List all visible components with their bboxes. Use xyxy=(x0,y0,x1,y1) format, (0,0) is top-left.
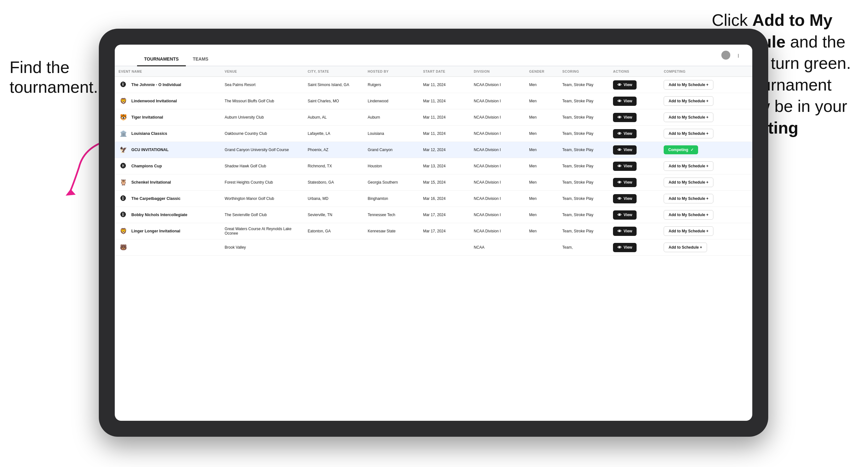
cell-gender-4: Men xyxy=(525,142,558,158)
cell-scoring-9: Team, Stroke Play xyxy=(558,223,609,240)
add-to-schedule-button-5[interactable]: Add to My Schedule + xyxy=(664,161,713,171)
table-body: 🅡 The Johnnie - O Individual Sea Palms R… xyxy=(115,77,752,256)
cell-city-9: Eatonton, GA xyxy=(304,223,364,240)
cell-actions-1: 👁 View xyxy=(609,93,660,110)
cell-scoring-5: Team, Stroke Play xyxy=(558,158,609,175)
add-to-schedule-button-0[interactable]: Add to My Schedule + xyxy=(664,80,713,90)
cell-gender-5: Men xyxy=(525,158,558,175)
cell-competing-0: Add to My Schedule + xyxy=(660,77,752,93)
team-logo-7: 🅑 xyxy=(119,194,128,204)
cell-scoring-8: Team, Stroke Play xyxy=(558,207,609,223)
cell-scoring-3: Team, Stroke Play xyxy=(558,126,609,142)
cell-venue-10: Brook Valley xyxy=(221,240,304,256)
add-to-schedule-button-9[interactable]: Add to My Schedule + xyxy=(664,226,713,236)
col-header-date: START DATE xyxy=(419,66,470,77)
cell-date-6: Mar 15, 2024 xyxy=(419,175,470,191)
cell-actions-2: 👁 View xyxy=(609,110,660,126)
table-row: 🅡 The Johnnie - O Individual Sea Palms R… xyxy=(115,77,752,93)
cell-competing-10: Add to Schedule + xyxy=(660,240,752,256)
cell-division-7: NCAA Division I xyxy=(470,191,525,207)
cell-division-2: NCAA Division I xyxy=(470,110,525,126)
col-header-scoring: SCORING xyxy=(558,66,609,77)
col-header-city: CITY, STATE xyxy=(304,66,364,77)
cell-city-8: Sevierville, TN xyxy=(304,207,364,223)
add-to-schedule-button-3[interactable]: Add to My Schedule + xyxy=(664,129,713,138)
cell-city-7: Urbana, MD xyxy=(304,191,364,207)
col-header-hosted: HOSTED BY xyxy=(364,66,420,77)
cell-competing-5: Add to My Schedule + xyxy=(660,158,752,175)
add-to-schedule-button-10[interactable]: Add to Schedule + xyxy=(664,243,707,252)
add-to-schedule-button-8[interactable]: Add to My Schedule + xyxy=(664,210,713,220)
cell-city-6: Statesboro, GA xyxy=(304,175,364,191)
cell-gender-7: Men xyxy=(525,191,558,207)
cell-venue-0: Sea Palms Resort xyxy=(221,77,304,93)
cell-date-1: Mar 11, 2024 xyxy=(419,93,470,110)
cell-actions-4: 👁 View xyxy=(609,142,660,158)
competing-button-4[interactable]: Competing ✓ xyxy=(664,145,698,154)
view-button-7[interactable]: 👁 View xyxy=(613,194,637,204)
event-name-7: The Carpetbagger Classic xyxy=(131,196,180,201)
cell-hosted-8: Tennessee Tech xyxy=(364,207,420,223)
team-logo-5: 🅗 xyxy=(119,161,128,171)
cell-division-4: NCAA Division I xyxy=(470,142,525,158)
cell-competing-8: Add to My Schedule + xyxy=(660,207,752,223)
cell-venue-8: The Sevierville Golf Club xyxy=(221,207,304,223)
add-to-schedule-button-2[interactable]: Add to My Schedule + xyxy=(664,113,713,122)
cell-gender-2: Men xyxy=(525,110,558,126)
cell-city-5: Richmond, TX xyxy=(304,158,364,175)
cell-actions-9: 👁 View xyxy=(609,223,660,240)
cell-scoring-2: Team, Stroke Play xyxy=(558,110,609,126)
event-name-1: Lindenwood Invitational xyxy=(131,99,177,103)
divider: | xyxy=(738,53,739,58)
cell-division-10: NCAA xyxy=(470,240,525,256)
view-button-6[interactable]: 👁 View xyxy=(613,178,637,187)
team-logo-4: 🦅 xyxy=(119,145,128,155)
eye-icon-10: 👁 xyxy=(617,245,622,250)
table-row: 🦅 GCU INVITATIONAL Grand Canyon Universi… xyxy=(115,142,752,158)
view-button-8[interactable]: 👁 View xyxy=(613,210,637,220)
tablet-device: TOURNAMENTS TEAMS | EVENT NAME VENUE CIT… xyxy=(99,29,768,437)
cell-venue-2: Auburn University Club xyxy=(221,110,304,126)
cell-event-2: 🐯 Tiger Invitational xyxy=(115,110,221,126)
eye-icon-2: 👁 xyxy=(617,115,622,120)
cell-hosted-5: Houston xyxy=(364,158,420,175)
table-row: 🐯 Tiger Invitational Auburn University C… xyxy=(115,110,752,126)
col-header-actions: ACTIONS xyxy=(609,66,660,77)
view-button-10[interactable]: 👁 View xyxy=(613,243,637,252)
event-name-3: Louisiana Classics xyxy=(131,131,167,136)
add-to-schedule-button-1[interactable]: Add to My Schedule + xyxy=(664,96,713,106)
cell-event-3: 🏛️ Louisiana Classics xyxy=(115,126,221,142)
cell-date-7: Mar 16, 2024 xyxy=(419,191,470,207)
add-to-schedule-button-6[interactable]: Add to My Schedule + xyxy=(664,178,713,187)
cell-division-9: NCAA Division I xyxy=(470,223,525,240)
cell-actions-7: 👁 View xyxy=(609,191,660,207)
cell-hosted-2: Auburn xyxy=(364,110,420,126)
cell-date-5: Mar 13, 2024 xyxy=(419,158,470,175)
cell-event-6: 🦉 Schenkel Invitational xyxy=(115,175,221,191)
app-header: TOURNAMENTS TEAMS | xyxy=(115,44,752,66)
tab-teams[interactable]: TEAMS xyxy=(186,53,216,66)
view-button-4[interactable]: 👁 View xyxy=(613,145,637,155)
col-header-venue: VENUE xyxy=(221,66,304,77)
view-button-1[interactable]: 👁 View xyxy=(613,97,637,106)
table-header-row: EVENT NAME VENUE CITY, STATE HOSTED BY S… xyxy=(115,66,752,77)
view-button-9[interactable]: 👁 View xyxy=(613,227,637,236)
add-to-schedule-button-7[interactable]: Add to My Schedule + xyxy=(664,194,713,204)
cell-event-5: 🅗 Champions Cup xyxy=(115,158,221,175)
view-button-5[interactable]: 👁 View xyxy=(613,162,637,171)
tab-tournaments[interactable]: TOURNAMENTS xyxy=(137,53,186,66)
cell-gender-9: Men xyxy=(525,223,558,240)
cell-venue-4: Grand Canyon University Golf Course xyxy=(221,142,304,158)
cell-city-4: Phoenix, AZ xyxy=(304,142,364,158)
cell-date-9: Mar 17, 2024 xyxy=(419,223,470,240)
view-button-2[interactable]: 👁 View xyxy=(613,113,637,122)
cell-division-8: NCAA Division I xyxy=(470,207,525,223)
cell-competing-1: Add to My Schedule + xyxy=(660,93,752,110)
view-button-3[interactable]: 👁 View xyxy=(613,129,637,138)
cell-gender-1: Men xyxy=(525,93,558,110)
cell-hosted-10 xyxy=(364,240,420,256)
cell-city-3: Lafayette, LA xyxy=(304,126,364,142)
svg-marker-0 xyxy=(66,189,75,196)
view-button-0[interactable]: 👁 View xyxy=(613,80,637,90)
cell-competing-3: Add to My Schedule + xyxy=(660,126,752,142)
